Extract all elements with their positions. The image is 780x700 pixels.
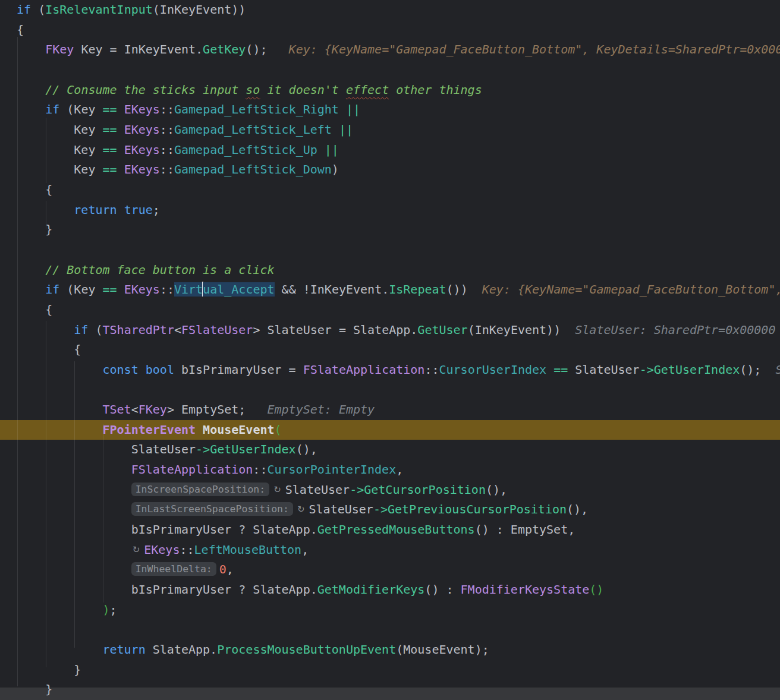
- code-token: (Key: [59, 282, 102, 297]
- code-token: ->: [373, 502, 388, 516]
- code-token: GetUserIndex: [654, 362, 740, 377]
- code-area: if (IsRelevantInput(InKeyEvent)){ FKey K…: [0, 0, 780, 700]
- code-token: [17, 462, 131, 477]
- code-editor[interactable]: if (IsRelevantInput(InKeyEvent)){ FKey K…: [0, 0, 780, 700]
- code-token: [17, 282, 45, 297]
- code-line: InScreenSpacePosition:↻SlateUser->GetCur…: [0, 480, 780, 500]
- code-token: Gamepad_LeftStick_Down: [174, 162, 332, 176]
- code-line: if (TSharedPtr<FSlateUser> SlateUser = S…: [0, 320, 780, 340]
- code-token: ::: [160, 282, 174, 297]
- code-token: ()): [446, 282, 482, 297]
- code-token: SlateApp.: [146, 642, 217, 657]
- code-token: EKeys: [144, 543, 180, 557]
- code-token: // Bottom face button is a click: [45, 263, 274, 277]
- code-token: ;: [110, 603, 117, 617]
- code-token: GetKey: [203, 42, 246, 56]
- code-token: [17, 263, 45, 277]
- typo-squiggle-word: effect: [346, 83, 389, 97]
- code-token: Gamepad_LeftStick_Up: [174, 143, 317, 157]
- code-token: ||: [325, 143, 339, 157]
- code-token: other things: [389, 83, 482, 97]
- code-line: {: [0, 20, 780, 40]
- code-token: ==: [103, 102, 117, 116]
- code-token: ::: [180, 543, 194, 557]
- code-line: return SlateApp.ProcessMouseButtonUpEven…: [0, 640, 780, 660]
- code-token: [17, 642, 103, 657]
- code-token: ==: [103, 143, 117, 157]
- code-token: CursorPointerIndex: [267, 462, 396, 477]
- code-token: EKeys: [124, 122, 160, 137]
- code-token: [546, 362, 553, 377]
- code-token: Key: [17, 122, 103, 137]
- code-token: ||: [339, 122, 353, 137]
- code-token: ::: [424, 362, 439, 377]
- code-token: <: [131, 402, 139, 417]
- code-line: Key == EKeys::Gamepad_LeftStick_Left ||: [0, 120, 780, 140]
- code-token: it doesn't: [260, 83, 346, 97]
- code-token: if: [74, 323, 88, 337]
- code-token: [17, 483, 131, 497]
- code-token: if: [45, 102, 59, 116]
- code-token: (),: [486, 483, 507, 497]
- code-token: [17, 502, 131, 516]
- code-token: (InKeyEvent)): [468, 323, 575, 337]
- debugger-inline-value: Key: {KeyName="Gamepad_FaceButton_Bottom…: [289, 42, 780, 56]
- code-token: (: [31, 2, 45, 17]
- code-token: ();: [740, 362, 775, 377]
- code-token: [317, 143, 325, 157]
- code-token: }: [17, 222, 52, 237]
- code-token: EKeys: [124, 143, 160, 157]
- code-token: GetUser: [417, 323, 467, 337]
- code-token: ,: [396, 462, 403, 477]
- code-token: <: [174, 323, 181, 337]
- code-token: ==: [103, 162, 117, 176]
- code-token: bIsPrimaryUser =: [174, 362, 303, 377]
- code-token: {: [17, 302, 52, 317]
- code-token: FSlateApplication: [131, 462, 253, 477]
- code-line: if (Key == EKeys::Virtual_Accept && !InK…: [0, 280, 780, 300]
- code-line: // Consume the sticks input so it doesn'…: [0, 80, 780, 100]
- code-token: ::: [160, 162, 174, 176]
- code-token: if: [17, 2, 31, 17]
- code-line: Key == EKeys::Gamepad_LeftStick_Down): [0, 160, 780, 180]
- parameter-name-hint: InLastScreenSpacePosition:: [131, 502, 293, 516]
- code-token: EKeys: [124, 282, 160, 297]
- code-token: (MouseEvent);: [396, 642, 489, 657]
- code-token: bool: [146, 362, 174, 377]
- code-line: [0, 620, 780, 640]
- code-token: [117, 282, 124, 297]
- code-token: (),: [296, 442, 317, 456]
- code-line: ↻EKeys::LeftMouseButton,: [0, 540, 780, 560]
- code-token: ): [332, 162, 339, 176]
- code-token: Key: [17, 143, 103, 157]
- code-line: [0, 380, 780, 400]
- code-token: // Consume the sticks input: [45, 83, 246, 97]
- code-token: [332, 122, 339, 137]
- code-token: [17, 42, 45, 56]
- code-token: ::: [160, 102, 174, 116]
- code-token: (: [88, 323, 102, 337]
- code-line: {: [0, 340, 780, 360]
- code-token: > SlateUser = SlateApp.: [253, 323, 417, 337]
- code-token: Key: [17, 162, 103, 176]
- code-token: FKey: [45, 42, 74, 56]
- code-token: GetCursorPosition: [364, 483, 486, 497]
- code-token: EKeys: [124, 102, 160, 116]
- code-token: [139, 362, 146, 377]
- code-token: [117, 162, 124, 176]
- execution-line: FPointerEvent MouseEvent(: [0, 420, 780, 440]
- code-token: ->: [350, 483, 364, 497]
- code-token: ||: [346, 102, 360, 116]
- debugger-inline-value: Key: {KeyName="Gamepad_FaceButton_Bottom…: [482, 282, 780, 297]
- code-token: () :: [424, 582, 460, 597]
- code-token: ->: [196, 442, 210, 456]
- code-token: return: [74, 203, 117, 217]
- code-line: }: [0, 660, 780, 680]
- code-token: [17, 102, 45, 116]
- code-token: [17, 362, 103, 377]
- code-token: {: [17, 23, 24, 37]
- code-token: GetUserIndex: [210, 442, 296, 456]
- code-token: [17, 83, 45, 97]
- code-line: }: [0, 220, 780, 240]
- parameter-name-hint: InWheelDelta:: [131, 562, 216, 576]
